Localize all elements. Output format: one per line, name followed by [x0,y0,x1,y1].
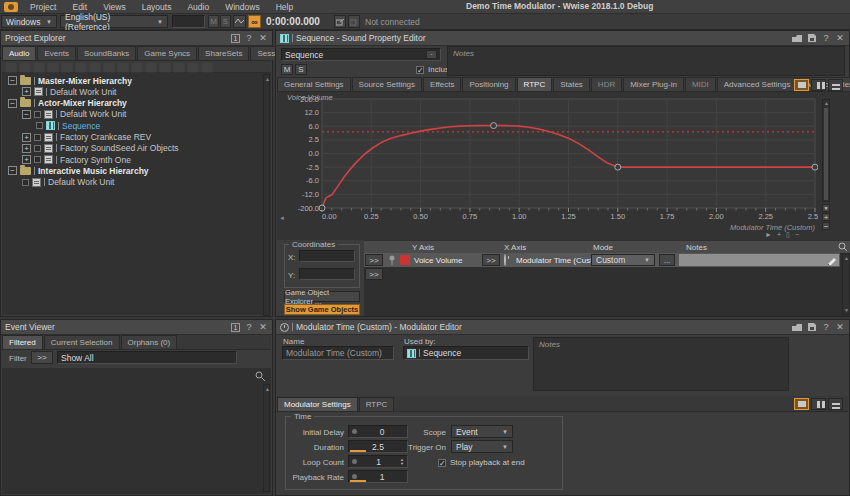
tree-toolbar-icon[interactable] [159,62,171,73]
filter-expand-button[interactable]: >> [31,351,53,364]
property-tab-states[interactable]: States [553,77,590,91]
instance-number-icon[interactable]: 1 [231,34,240,43]
viewer-tab-filtered[interactable]: Filtered [2,335,43,349]
menu-views[interactable]: Views [95,2,134,12]
tree-item-default-work-unit[interactable]: +Default Work Unit [22,86,116,97]
close-icon[interactable]: ✕ [258,33,268,43]
curve-point[interactable] [491,123,497,129]
tree-toolbar-icon[interactable] [5,62,17,73]
close-icon[interactable]: ✕ [258,322,268,332]
expand-icon[interactable]: + [22,144,31,153]
coordinate-x-input[interactable] [299,250,355,262]
rtpc-attach-icon[interactable] [352,429,357,434]
expand-icon[interactable]: + [22,155,31,164]
tree-toolbar-icon[interactable] [131,62,143,73]
zoom-in-icon[interactable]: + [822,213,830,221]
y-axis-cell[interactable]: Voice Volume [414,256,462,265]
tree-item-actor-mixer-hierarchy[interactable]: −Actor-Mixer Hierarchy [8,98,127,109]
project-explorer-titlebar[interactable]: Project Explorer 1 ? ✕ [1,31,272,46]
tree-toolbar-icon[interactable] [145,62,157,73]
explorer-tab-sharesets[interactable]: ShareSets [198,46,249,60]
row-expand-button[interactable]: >> [482,254,500,266]
add-point-icon[interactable]: + [777,231,781,239]
tree-toolbar-icon[interactable] [47,62,59,73]
modulator-tab-rtpc[interactable]: RTPC [359,397,395,411]
property-editor-titlebar[interactable]: Sequence - Sound Property Editor ? ✕ [276,31,849,46]
tree-scrollbar[interactable]: ▲ [263,74,270,316]
menu-help[interactable]: Help [268,2,301,12]
event-list[interactable] [2,368,271,494]
notes-field[interactable]: Notes [447,46,845,76]
tree-item-factory-synth-one[interactable]: +Factory Synth One [22,154,131,165]
menu-edit[interactable]: Edit [64,2,95,12]
show-game-objects-button[interactable]: Show Game Objects [284,304,360,315]
save-icon[interactable] [807,33,817,43]
y-axis-header[interactable]: Y Axis [412,243,434,252]
modulator-editor-titlebar[interactable]: Modulator Time (Custom) - Modulator Edit… [276,320,849,335]
remote-platform-button[interactable] [348,15,360,28]
name-options-button[interactable]: · [426,50,437,59]
split-horizontal-view-button[interactable] [828,398,843,410]
expand-icon[interactable]: + [22,133,31,142]
solo-button[interactable]: S [295,64,307,75]
zoom-out-icon[interactable]: − [822,222,830,230]
playback-rate-input[interactable]: 1 [348,470,408,483]
layout-combo[interactable]: Windows▼ [1,15,57,28]
mode-combo[interactable]: Custom▼ [591,254,655,266]
close-icon[interactable]: ✕ [835,322,845,332]
tree-item-default-work-unit[interactable]: −Default Work Unit [22,109,126,120]
tree-item-sequence[interactable]: Sequence [36,120,100,131]
x-axis-header[interactable]: X Axis [504,243,526,252]
help-icon[interactable]: ? [821,322,831,332]
expand-icon[interactable]: + [22,87,31,96]
explorer-tab-game-syncs[interactable]: Game Syncs [137,46,197,60]
split-vertical-view-button[interactable] [811,79,826,91]
collapse-icon[interactable]: − [8,76,17,85]
explorer-tab-events[interactable]: Events [37,46,75,60]
notes-header[interactable]: Notes [686,243,707,252]
remote-connect-button[interactable] [334,15,346,28]
pin-layout-icon[interactable] [791,34,803,43]
collapse-icon[interactable]: − [8,166,17,175]
scroll-left-icon[interactable]: ◄ [279,215,285,221]
explorer-tab-soundbanks[interactable]: SoundBanks [77,46,136,60]
property-tab-rtpc[interactable]: RTPC [517,77,553,91]
property-tab-hdr[interactable]: HDR [591,77,622,91]
tree-toolbar-icon[interactable] [201,62,213,73]
loop-count-input[interactable]: 1▲▼ [348,455,408,468]
tree-item-interactive-music-hierarchy[interactable]: −Interactive Music Hierarchy [8,165,149,176]
tree-toolbar-icon[interactable] [19,62,31,73]
tree-item-factory-crankcase-rev[interactable]: +Factory Crankcase REV [22,132,151,143]
close-icon[interactable]: ✕ [835,33,845,43]
include-checkbox[interactable] [22,179,29,186]
trigger-on-combo[interactable]: Play▼ [451,440,513,453]
tree-item-factory-soundseed-air-objects[interactable]: +Factory SoundSeed Air Objects [22,143,179,154]
instance-number-icon[interactable]: 1 [231,323,240,332]
curve-point[interactable] [615,164,621,170]
row-notes-cell[interactable] [679,254,839,266]
stop-playback-checkbox[interactable]: ✓ [438,459,446,467]
rtpc-curve-chart[interactable]: 200.012.06.02.50.0-2.5-6.0-12.0-200.00.0… [277,92,818,240]
save-icon[interactable] [807,322,817,332]
curve-color-swatch[interactable] [400,255,410,265]
scope-combo[interactable]: Event▼ [451,425,513,438]
property-tab-advanced-settings[interactable]: Advanced Settings [717,77,798,91]
solo-button[interactable]: S [220,15,231,28]
notes-field[interactable]: Notes [533,337,789,391]
row-expand-button[interactable]: >> [365,268,383,280]
menu-project[interactable]: Project [22,2,64,12]
rtpc-attach-icon[interactable] [352,474,357,479]
collapse-icon[interactable]: − [8,99,17,108]
help-icon[interactable]: ? [821,33,831,43]
tree-toolbar-icon[interactable] [103,62,115,73]
event-viewer-titlebar[interactable]: Event Viewer 1 ? ✕ [1,320,272,335]
pin-layout-icon[interactable] [791,323,803,332]
property-tab-midi[interactable]: MIDI [685,77,716,91]
follow-capture-button[interactable] [233,15,246,28]
mute-button[interactable]: M [281,64,293,75]
split-horizontal-view-button[interactable] [828,79,843,91]
modulator-tab-modulator-settings[interactable]: Modulator Settings [277,397,358,411]
tree-toolbar-icon[interactable] [75,62,87,73]
property-tab-source-settings[interactable]: Source Settings [352,77,422,91]
remove-point-icon[interactable]: − [795,231,799,239]
